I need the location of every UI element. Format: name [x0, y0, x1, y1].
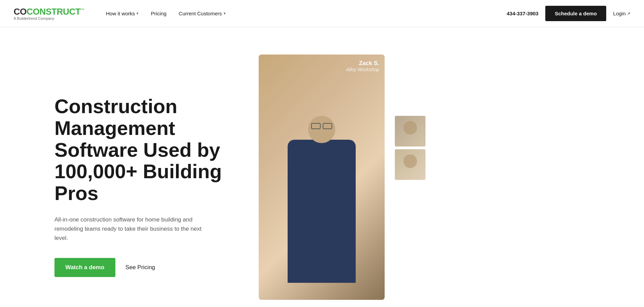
logo-co: CO: [14, 6, 27, 17]
login-link[interactable]: Login ↗: [613, 11, 630, 16]
person-glasses: [310, 123, 334, 129]
external-link-icon: ↗: [627, 11, 630, 16]
hero-image-area: Zack S. Alloy Workshop: [259, 27, 395, 300]
caption-name: Zack S.: [346, 60, 379, 67]
hero-subtitle: All-in-one construction software for hom…: [54, 215, 211, 243]
hero-content: Construction Management Software Used by…: [54, 27, 259, 277]
watch-demo-button[interactable]: Watch a demo: [54, 258, 115, 277]
nav-links: How it works ▾ Pricing Current Customers…: [101, 8, 506, 19]
thumbnail-1: [395, 116, 425, 147]
hero-photo: Zack S. Alloy Workshop: [259, 55, 385, 300]
thumbnail-2: [395, 149, 425, 180]
schedule-demo-button[interactable]: Schedule a demo: [545, 6, 606, 21]
chevron-down-icon-2: ▾: [224, 11, 226, 16]
nav-right: 434-337-3903 Schedule a demo Login ↗: [507, 6, 631, 21]
logo-subtitle: A Buildertrend Company: [14, 16, 84, 20]
logo-construct: CONSTRUCT: [27, 6, 81, 17]
logo-tm: ™: [81, 8, 84, 12]
phone-number: 434-337-3903: [507, 11, 538, 16]
caption-company: Alloy Workshop: [346, 67, 379, 72]
nav-pricing[interactable]: Pricing: [146, 8, 171, 19]
hero-title: Construction Management Software Used by…: [54, 95, 259, 204]
person-figure: [274, 95, 369, 300]
hero-actions: Watch a demo See Pricing: [54, 258, 259, 277]
photo-caption: Zack S. Alloy Workshop: [346, 60, 379, 72]
chevron-down-icon: ▾: [136, 11, 139, 16]
nav-how-it-works[interactable]: How it works ▾: [101, 8, 143, 19]
nav-current-customers[interactable]: Current Customers ▾: [174, 8, 230, 19]
person-body: [288, 140, 356, 283]
logo[interactable]: COCONSTRUCT™ A Buildertrend Company: [14, 6, 84, 20]
main-nav: COCONSTRUCT™ A Buildertrend Company How …: [0, 0, 644, 27]
hero-section: Construction Management Software Used by…: [0, 27, 644, 307]
side-thumbnails: [395, 116, 425, 180]
see-pricing-button[interactable]: See Pricing: [126, 264, 155, 271]
person-head: [308, 116, 335, 143]
